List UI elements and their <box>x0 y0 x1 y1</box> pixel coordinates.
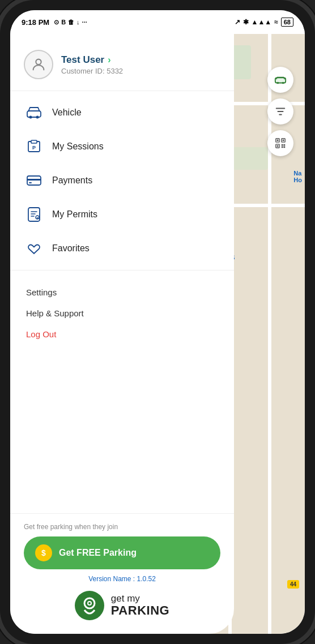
free-parking-label: Get FREE Parking <box>59 548 137 558</box>
wifi-icon: ≈ <box>274 18 278 26</box>
gmp-logo-text: get my PARKING <box>111 594 169 618</box>
svg-rect-9 <box>277 140 279 141</box>
status-more-icon: ··· <box>82 19 87 25</box>
referral-text: Get free parking when they join <box>24 523 220 531</box>
user-info: Test User › Customer ID: 5332 <box>61 54 123 75</box>
drawer-bottom: Get free parking when they join $ Get FR… <box>10 513 234 634</box>
user-header[interactable]: Test User › Customer ID: 5332 <box>10 34 234 91</box>
status-system-icons: ⊙ <box>54 19 59 26</box>
status-time: 9:18 PM <box>22 18 49 27</box>
status-bar: 9:18 PM ⊙ B 🗑 ↓ ··· ↗ ✱ ▲▲▲ ≈ 68 <box>10 10 305 34</box>
battery-icon: 68 <box>281 18 293 27</box>
svg-rect-13 <box>284 144 286 146</box>
status-left: 9:18 PM ⊙ B 🗑 ↓ ··· <box>22 18 87 27</box>
gmp-getmy: get my <box>111 594 169 604</box>
svg-rect-14 <box>282 147 283 148</box>
svg-point-5 <box>282 82 284 84</box>
status-b-icon: B <box>61 19 66 25</box>
svg-text:P: P <box>32 145 36 151</box>
map-road-number: 44 <box>287 580 299 589</box>
nav-item-my-permits[interactable]: ★ My Permits <box>10 198 234 231</box>
avatar <box>24 50 53 79</box>
phone-screen: 9:18 PM ⊙ B 🗑 ↓ ··· ↗ ✱ ▲▲▲ ≈ 68 <box>10 10 305 634</box>
map-vehicle-button[interactable] <box>267 67 293 93</box>
logout-item[interactable]: Log Out <box>26 324 218 345</box>
gmp-parking: PARKING <box>111 604 169 617</box>
nav-item-my-sessions[interactable]: P My Sessions <box>10 130 234 164</box>
user-name: Test User <box>61 54 104 66</box>
svg-rect-11 <box>277 145 279 147</box>
signal-icon: ▲▲▲ <box>252 18 272 26</box>
user-chevron-icon: › <box>108 55 110 65</box>
phone-frame: 9:18 PM ⊙ B 🗑 ↓ ··· ↗ ✱ ▲▲▲ ≈ 68 <box>0 0 315 644</box>
payments-icon <box>26 173 42 188</box>
status-right-icons: ↗ ✱ ▲▲▲ ≈ 68 <box>235 18 293 27</box>
side-drawer: Test User › Customer ID: 5332 <box>10 34 234 634</box>
free-parking-button[interactable]: $ Get FREE Parking <box>24 536 220 569</box>
svg-rect-10 <box>283 140 284 141</box>
status-download-icon: ↓ <box>76 19 80 25</box>
nav-item-favorites[interactable]: Favorites <box>10 231 234 265</box>
sessions-icon: P <box>26 139 42 154</box>
svg-rect-15 <box>284 147 286 148</box>
location-icon: ↗ <box>235 18 240 26</box>
favorites-label: Favorites <box>52 243 90 254</box>
nav-item-vehicle[interactable]: Vehicle <box>10 96 234 130</box>
user-name-row: Test User › <box>61 54 123 66</box>
status-trash-icon: 🗑 <box>68 19 74 25</box>
payments-label: Payments <box>52 175 92 186</box>
svg-point-32 <box>88 602 91 604</box>
permits-icon: ★ <box>26 207 42 222</box>
sessions-label: My Sessions <box>52 141 104 152</box>
bluetooth-icon: ✱ <box>243 18 249 26</box>
map-filter-button[interactable] <box>267 98 293 124</box>
svg-point-19 <box>36 116 39 119</box>
help-support-item[interactable]: Help & Support <box>26 303 218 324</box>
settings-item[interactable]: Settings <box>26 282 218 303</box>
settings-section: Settings Help & Support Log Out <box>10 271 234 345</box>
svg-rect-25 <box>29 182 32 183</box>
permits-label: My Permits <box>52 209 97 220</box>
version-text: Version Name : 1.0.52 <box>24 575 220 583</box>
gmp-logo: get my PARKING <box>24 583 220 622</box>
map-city-label: NaHo <box>293 170 302 183</box>
coin-icon: $ <box>35 544 52 561</box>
map-qr-button[interactable] <box>267 130 293 156</box>
svg-point-16 <box>36 59 41 65</box>
customer-id: Customer ID: 5332 <box>61 67 123 75</box>
nav-list: Vehicle P My Sessions <box>10 91 234 271</box>
map-overlay-buttons <box>267 67 293 156</box>
gmp-logo-icon <box>75 591 104 620</box>
svg-rect-12 <box>282 144 283 146</box>
svg-rect-17 <box>27 111 41 117</box>
vehicle-icon <box>26 105 42 121</box>
favorites-icon <box>26 241 42 256</box>
svg-rect-21 <box>31 140 37 143</box>
vehicle-label: Vehicle <box>52 108 82 118</box>
svg-point-18 <box>29 116 32 119</box>
svg-point-4 <box>277 82 279 84</box>
svg-rect-24 <box>27 179 41 181</box>
nav-item-payments[interactable]: Payments <box>10 164 234 198</box>
